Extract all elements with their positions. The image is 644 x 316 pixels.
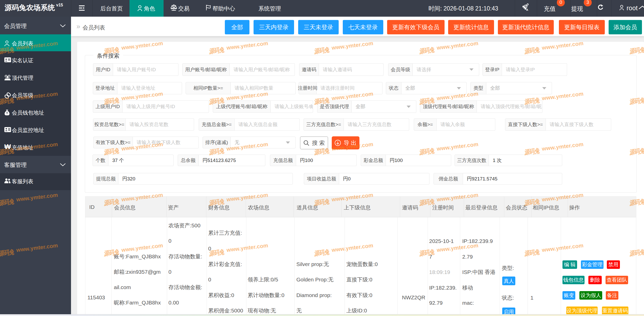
svg-text:A: A — [526, 8, 528, 11]
